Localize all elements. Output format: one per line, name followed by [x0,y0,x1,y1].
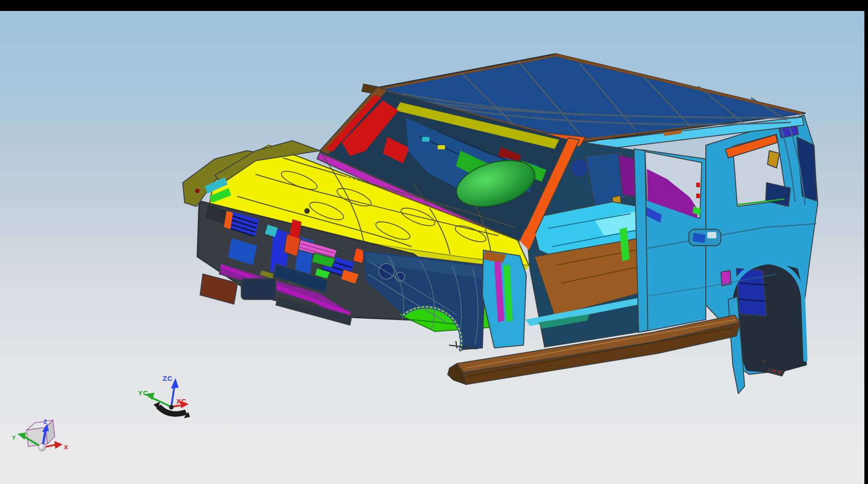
view-y-label: Y [12,434,16,441]
model-canvas[interactable]: ZC YC XC Z Y X [0,0,868,484]
wcs-origin[interactable] [169,405,174,410]
interior-red-bit[interactable] [696,183,700,187]
red-dot [195,189,200,193]
bumper-block[interactable] [241,279,276,300]
part-red-dot [773,370,775,372]
wcs-z-label: ZC [163,374,173,382]
part-red-dot [778,371,780,373]
shock-tower-circle[interactable] [379,263,394,279]
interior-cyan-speck [422,137,429,142]
right-frame-bar [864,0,868,484]
wcs-x-label: XC [176,397,187,405]
interior-blue-blob[interactable] [570,159,588,177]
wcs-y-label: YC [138,389,148,397]
hood-dot [304,208,310,214]
cad-viewport-window: ZC YC XC Z Y X [0,0,868,484]
small-part[interactable] [761,359,767,363]
interior-yellow-speck [438,145,445,149]
view-z-label: Z [43,418,47,425]
door-handle-glint [707,232,716,238]
interior-red-bit[interactable] [696,194,700,198]
view-origin-sphere[interactable] [38,444,46,451]
top-frame-bar [0,0,868,11]
view-x-label: X [64,444,68,451]
